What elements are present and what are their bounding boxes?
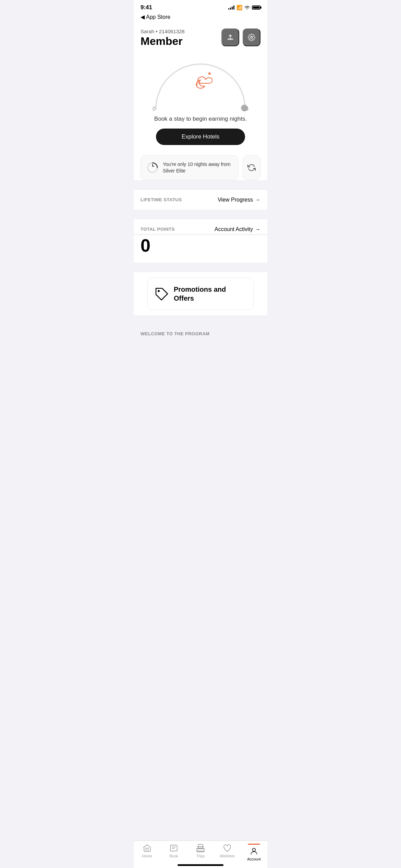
upload-icon — [227, 34, 234, 41]
points-value: 0 — [141, 235, 260, 256]
user-name-id: Sarah • 214061328 — [141, 28, 221, 34]
status-icons: 📶 — [228, 5, 260, 10]
total-points-header: TOTAL POINTS Account Activity → — [134, 219, 267, 234]
wifi-icon: 📶 — [236, 5, 242, 10]
arc-start-num: 0 — [153, 106, 156, 112]
nights-info-card[interactable]: You're only 10 nights away from Silver E… — [141, 155, 239, 180]
nights-info-text: You're only 10 nights away from Silver E… — [163, 161, 233, 174]
section-divider-1 — [134, 187, 267, 190]
svg-point-1 — [251, 36, 253, 38]
arrow-right-icon: → — [255, 197, 260, 203]
explore-hotels-button[interactable]: Explore Hotels — [156, 129, 245, 145]
status-time: 9:41 — [141, 4, 152, 11]
gear-icon — [248, 34, 255, 41]
points-value-section: 0 — [134, 235, 267, 263]
wifi-icon — [244, 5, 250, 10]
upload-button[interactable] — [221, 28, 239, 46]
settings-button[interactable] — [243, 28, 260, 46]
lifetime-status-label: LIFETIME STATUS — [141, 197, 182, 202]
arc-section: ★ ★ 0 10 Book a stay to begin earning ni… — [134, 50, 267, 148]
user-name: Sarah — [141, 28, 154, 34]
svg-text:★: ★ — [207, 71, 212, 76]
promotions-section: Promotions and Offers — [134, 272, 267, 315]
refresh-icon — [247, 164, 256, 172]
promotions-title: Promotions and Offers — [174, 285, 246, 303]
profile-header: Sarah • 214061328 Member — [134, 23, 267, 50]
progress-circle-icon — [146, 161, 159, 174]
signal-bars-icon — [228, 5, 234, 10]
arc-center-content: ★ ★ — [166, 68, 235, 92]
arrow-right-icon-2: → — [255, 226, 260, 232]
separator: • — [156, 28, 159, 34]
back-arrow-icon[interactable]: ◀ — [141, 14, 145, 20]
user-status: Member — [141, 35, 221, 48]
moon-stars-icon: ★ ★ — [187, 68, 214, 92]
app-store-bar: ◀ App Store — [134, 12, 267, 23]
battery-icon — [252, 5, 260, 10]
promotions-card[interactable]: Promotions and Offers — [147, 278, 254, 310]
svg-text:★: ★ — [195, 82, 198, 86]
welcome-section: WELCOME TO THE PROGRAM — [134, 325, 267, 337]
section-divider-2 — [134, 217, 267, 219]
status-bar: 9:41 📶 — [134, 0, 267, 12]
progress-arc: ★ ★ 0 10 — [149, 57, 252, 112]
section-divider-3 — [134, 269, 267, 272]
arc-numbers: 0 10 — [149, 106, 252, 112]
svg-rect-0 — [228, 39, 233, 40]
user-id: 214061328 — [159, 28, 185, 34]
section-divider-4 — [134, 322, 267, 325]
arc-end-num: 10 — [242, 106, 248, 112]
welcome-label: WELCOME TO THE PROGRAM — [141, 331, 209, 336]
view-progress-link[interactable]: View Progress → — [218, 197, 260, 203]
svg-point-6 — [158, 290, 160, 292]
total-points-label: TOTAL POINTS — [141, 227, 175, 232]
app-store-back-label[interactable]: App Store — [146, 14, 170, 20]
header-buttons — [221, 28, 260, 46]
refresh-card[interactable] — [243, 155, 260, 180]
account-activity-link[interactable]: Account Activity → — [215, 226, 260, 232]
user-info: Sarah • 214061328 Member — [141, 28, 221, 48]
arc-body-text: Book a stay to begin earning nights. — [154, 115, 247, 123]
cards-row: You're only 10 nights away from Silver E… — [134, 148, 267, 180]
lifetime-status-section: LIFETIME STATUS View Progress → — [134, 190, 267, 210]
tag-icon — [155, 287, 168, 301]
